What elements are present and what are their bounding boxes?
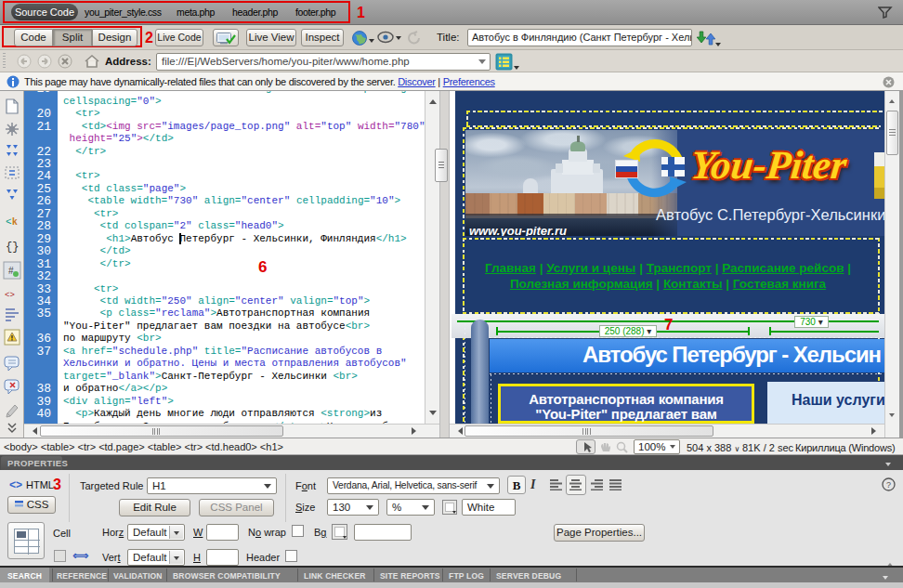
- svg-text:k: k: [12, 216, 18, 227]
- svg-text:{}: {}: [6, 241, 19, 254]
- svg-text:?: ?: [886, 480, 891, 490]
- svg-text:<: <: [6, 216, 12, 228]
- svg-text:<>: <>: [5, 291, 15, 300]
